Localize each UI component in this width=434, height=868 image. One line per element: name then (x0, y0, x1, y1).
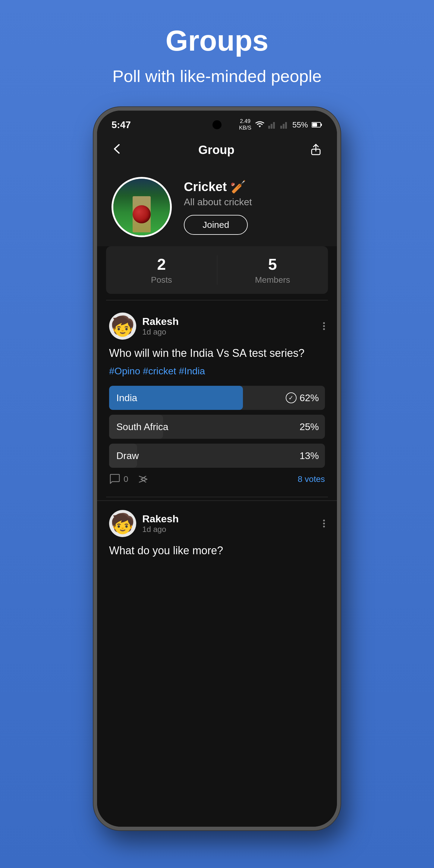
post-menu-button[interactable] (323, 322, 325, 330)
page-header: Groups Poll with like-minded people (113, 0, 321, 101)
svg-rect-4 (283, 124, 284, 129)
battery-icon (312, 122, 322, 128)
user-avatar: 🧒 (109, 313, 136, 340)
svg-rect-1 (271, 124, 273, 129)
group-description: All about cricket (184, 196, 322, 208)
user-name: Rakesh (142, 315, 179, 327)
post-header: 🧒 Rakesh 1d ago (109, 313, 325, 340)
phone-frame: 5:47 2.49KB/S (93, 107, 341, 830)
share-button[interactable] (309, 143, 322, 157)
post-question-2: What do you like more? (109, 543, 325, 558)
poll-label-draw: Draw (109, 450, 146, 461)
post-header-2: 🧒 Rakesh 1d ago (109, 510, 325, 537)
back-button[interactable] (112, 142, 124, 157)
comment-icon (109, 474, 121, 485)
votes-count: 8 votes (298, 474, 325, 484)
comment-button[interactable]: 0 (109, 474, 128, 485)
poll-option-sa[interactable]: South Africa 25% (109, 415, 325, 439)
members-count: 5 (217, 255, 328, 273)
post-question: Who will win the India Vs SA test series… (109, 346, 325, 361)
check-icon: ✓ (286, 393, 297, 403)
post-user-2: 🧒 Rakesh 1d ago (109, 510, 179, 537)
group-name: Cricket 🏏 (184, 179, 322, 194)
svg-rect-3 (280, 126, 282, 129)
poll-pct-sa: 25% (300, 421, 319, 433)
members-stat: 5 Members (217, 255, 328, 285)
group-avatar (112, 177, 172, 237)
signal-icon-2 (280, 121, 289, 129)
poll-option-india[interactable]: India ✓ 62% (109, 386, 325, 410)
page-subtitle: Poll with like-minded people (113, 66, 321, 86)
stats-row: 2 Posts 5 Members (106, 246, 328, 294)
post-time: 1d ago (142, 327, 179, 337)
post-footer: 0 8 votes (109, 474, 325, 485)
posts-label: Posts (106, 275, 217, 285)
group-profile: Cricket 🏏 All about cricket Joined (97, 165, 337, 246)
network-text: 2.49KB/S (239, 118, 251, 131)
user-name-2: Rakesh (142, 513, 179, 525)
signal-icon (268, 121, 277, 129)
battery-text: 55% (292, 120, 308, 130)
post-user: 🧒 Rakesh 1d ago (109, 313, 179, 340)
nav-bar: Group (97, 135, 337, 165)
wifi-icon (255, 121, 265, 129)
svg-rect-0 (268, 126, 270, 129)
phone-device: 5:47 2.49KB/S (93, 107, 341, 830)
post-actions: 0 (109, 474, 149, 485)
status-bar: 5:47 2.49KB/S (97, 111, 337, 135)
members-label: Members (217, 275, 328, 285)
svg-rect-7 (321, 124, 322, 126)
divider (106, 300, 328, 301)
post-menu-button-2[interactable] (323, 520, 325, 527)
divider-2 (106, 497, 328, 497)
share-post-button[interactable] (137, 474, 149, 485)
status-time: 5:47 (112, 119, 131, 130)
comment-count: 0 (124, 474, 128, 484)
posts-count: 2 (106, 255, 217, 273)
poll-pct-draw: 13% (300, 450, 319, 461)
nav-title: Group (198, 143, 235, 157)
user-info-2: Rakesh 1d ago (142, 513, 179, 534)
svg-rect-5 (285, 122, 287, 129)
group-info: Cricket 🏏 All about cricket Joined (184, 179, 322, 235)
poll-label-sa: South Africa (109, 421, 176, 433)
post-item-2: 🧒 Rakesh 1d ago What do you like more? (97, 500, 337, 572)
share-icon (137, 474, 149, 485)
user-info: Rakesh 1d ago (142, 315, 179, 337)
post-item: 🧒 Rakesh 1d ago Who will win the India V… (97, 304, 337, 494)
page-title: Groups (113, 24, 321, 57)
poll-label-india: India (109, 393, 144, 404)
user-avatar-2: 🧒 (109, 510, 136, 537)
poll-option-draw[interactable]: Draw 13% (109, 444, 325, 468)
posts-stat: 2 Posts (106, 255, 217, 285)
status-icons: 2.49KB/S (239, 118, 322, 131)
joined-button[interactable]: Joined (184, 215, 248, 235)
phone-screen: 5:47 2.49KB/S (97, 111, 337, 827)
poll-pct-india: ✓ 62% (286, 393, 319, 404)
svg-rect-8 (312, 123, 317, 127)
camera-notch (213, 120, 221, 129)
post-time-2: 1d ago (142, 525, 179, 534)
svg-rect-2 (273, 122, 275, 129)
post-hashtags: #Opino #cricket #India (109, 366, 325, 377)
